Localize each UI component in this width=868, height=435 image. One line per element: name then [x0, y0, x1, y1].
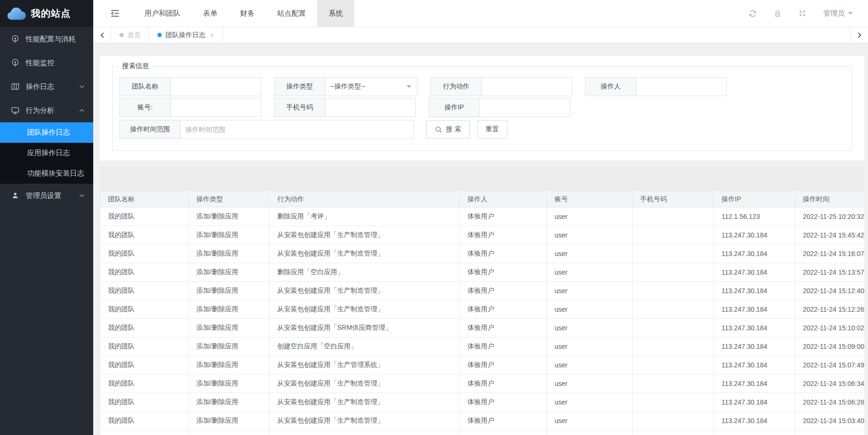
- table-cell: 2022-11-24 15:06:28: [795, 393, 865, 412]
- table-cell: 体验用户: [460, 412, 547, 430]
- nav-item-forms[interactable]: 表单: [192, 0, 229, 27]
- table-cell: 添加/删除应用: [189, 356, 270, 375]
- team-name-input[interactable]: [171, 77, 261, 96]
- main-content: 搜索信息 团队名称 操作类型 --操作类型-- 行为动作: [93, 44, 868, 435]
- sidebar-item-performance-config[interactable]: 性能配置与消耗: [0, 27, 93, 51]
- table-cell: 添加/删除应用: [189, 337, 270, 356]
- nav-item-label: 用户和团队: [145, 9, 180, 18]
- table-cell: 我的团队: [100, 282, 189, 300]
- sidebar-item-app-operation-log[interactable]: 应用操作日志: [0, 143, 93, 163]
- table-cell: 体验用户: [460, 319, 547, 337]
- table-cell: [633, 263, 714, 282]
- operator-field: 操作人: [585, 77, 727, 96]
- phone-input[interactable]: [325, 98, 416, 117]
- collapse-menu-icon[interactable]: [110, 10, 120, 17]
- table-cell: 体验用户: [460, 282, 547, 300]
- table-row: 我的团队添加/删除应用从安装包创建应用「生产制造管理」体验用户user113.2…: [100, 375, 865, 393]
- table-cell: 我的团队: [100, 245, 189, 263]
- column-header: 操作人: [460, 191, 547, 208]
- column-header: 账号: [547, 191, 633, 208]
- ip-input[interactable]: [480, 98, 570, 117]
- column-header: 手机号码: [633, 191, 714, 208]
- refresh-icon[interactable]: [749, 10, 757, 18]
- time-range-field: 操作时间范围: [119, 120, 414, 139]
- table-cell: [633, 356, 714, 375]
- table-row: 我的团队添加/删除应用从安装包创建应用「生产制造管理」体验用户user113.2…: [100, 226, 865, 245]
- table-cell: 2022-11-24 15:02:03: [795, 430, 865, 435]
- search-button[interactable]: 搜 索: [426, 120, 470, 138]
- sidebar-item-admin-settings[interactable]: 管理员设置: [0, 184, 93, 208]
- ip-label: 操作IP: [429, 98, 480, 117]
- table-cell: 从安装包创建应用「生产制造管理」: [270, 375, 460, 393]
- table-body: 我的团队添加/删除应用删除应用「考评」体验用户user112.1.56.1232…: [100, 208, 865, 435]
- search-row-2: 账号: 手机号码 操作IP: [119, 98, 851, 117]
- trash-icon[interactable]: [774, 10, 781, 17]
- table-header-row: 团队名称操作类型行为动作操作人账号手机号码操作IP操作时间: [100, 191, 865, 208]
- table-cell: [633, 282, 714, 300]
- team-name-label: 团队名称: [119, 77, 171, 96]
- fullscreen-icon[interactable]: [799, 10, 806, 17]
- behavior-analysis-submenu: 团队操作日志 应用操作日志 功能模块安装日志: [0, 122, 93, 184]
- search-row-1: 团队名称 操作类型 --操作类型-- 行为动作 操作人: [119, 77, 851, 96]
- time-range-label: 操作时间范围: [119, 120, 181, 139]
- table-cell: 添加/删除应用: [189, 263, 270, 282]
- account-field: 账号:: [119, 98, 261, 117]
- table-cell: 2022-11-24 15:07:49: [795, 356, 865, 375]
- tab-team-operation-log[interactable]: 团队操作日志 ×: [149, 27, 223, 43]
- search-icon: [435, 126, 442, 133]
- op-type-select-value: --操作类型--: [330, 82, 366, 91]
- table-cell: 113.247.30.184: [714, 245, 795, 263]
- table-cell: 我的团队: [100, 208, 189, 226]
- time-range-input[interactable]: [181, 120, 414, 139]
- action-input[interactable]: [482, 77, 572, 96]
- sidebar: 我的站点 性能配置与消耗 性能监控 操作日志: [0, 0, 93, 435]
- table-row: 我的团队添加/删除应用从安装包创建应用「生产制造管理」体验用户user113.2…: [100, 412, 865, 430]
- sidebar-item-module-install-log[interactable]: 功能模块安装日志: [0, 163, 93, 184]
- reset-button[interactable]: 重置: [477, 120, 507, 138]
- reset-button-label: 重置: [486, 125, 499, 134]
- table-cell: 2022-11-24 15:10:02: [795, 319, 865, 337]
- tab-home[interactable]: 首页: [111, 27, 149, 43]
- table-cell: 添加/删除应用: [189, 412, 270, 430]
- sidebar-item-label: 行为分析: [26, 106, 54, 115]
- table-cell: 我的团队: [100, 412, 189, 430]
- table-cell: 体验用户: [460, 208, 547, 226]
- sidebar-item-label: 性能监控: [26, 59, 54, 68]
- table-cell: user: [547, 300, 633, 319]
- sidebar-item-performance-monitor[interactable]: 性能监控: [0, 51, 93, 75]
- sidebar-item-operation-logs[interactable]: 操作日志: [0, 75, 93, 99]
- operator-input[interactable]: [636, 77, 727, 96]
- search-button-label: 搜 索: [446, 125, 461, 134]
- topnav-actions: 管理员: [749, 9, 853, 18]
- close-icon[interactable]: ×: [210, 31, 215, 39]
- module-menu: 用户和团队 表单 财务 站点配置 系统: [133, 0, 354, 27]
- tab-dot-icon: [157, 33, 162, 37]
- user-menu[interactable]: 管理员: [823, 9, 853, 18]
- table-cell: [633, 412, 714, 430]
- account-input[interactable]: [171, 98, 261, 117]
- sidebar-item-team-operation-log[interactable]: 团队操作日志: [0, 122, 93, 143]
- sidebar-item-behavior-analysis[interactable]: 行为分析: [0, 99, 93, 122]
- table-cell: user: [547, 282, 633, 300]
- table-cell: 113.247.30.184: [714, 282, 795, 300]
- op-type-select[interactable]: --操作类型--: [325, 77, 418, 96]
- tabs-scroll-left-button[interactable]: [93, 27, 111, 43]
- table-cell: 从安装包创建应用「生产制造管理」: [270, 412, 460, 430]
- table-cell: user: [547, 356, 633, 375]
- op-type-label: 操作类型: [274, 77, 325, 96]
- table-cell: 从安装包创建应用「生产制造管理」: [270, 393, 460, 412]
- nav-item-site-config[interactable]: 站点配置: [266, 0, 317, 27]
- column-header: 操作时间: [795, 191, 865, 208]
- op-type-field: 操作类型 --操作类型--: [274, 77, 418, 96]
- table-cell: [633, 226, 714, 245]
- table-cell: 我的团队: [100, 356, 189, 375]
- tabs-scroll-right-button[interactable]: [850, 27, 868, 43]
- nav-item-users-teams[interactable]: 用户和团队: [133, 0, 192, 27]
- nav-item-finance[interactable]: 财务: [229, 0, 266, 27]
- table-cell: user: [547, 226, 633, 245]
- tab-label: 团队操作日志: [166, 31, 205, 40]
- table-cell: 我的团队: [100, 300, 189, 319]
- nav-item-system[interactable]: 系统: [317, 0, 354, 27]
- table-cell: user: [547, 412, 633, 430]
- table-cell: [633, 375, 714, 393]
